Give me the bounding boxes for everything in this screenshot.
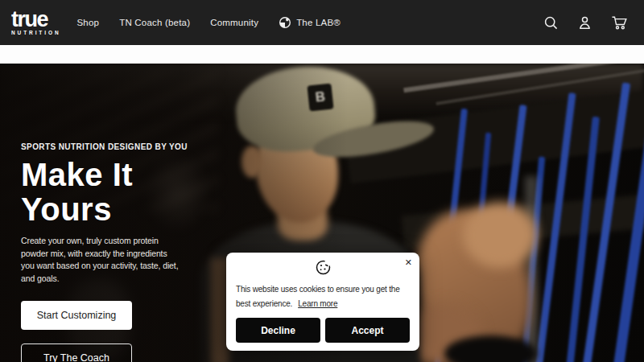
logo-subtitle: NUTRITION <box>11 30 61 35</box>
account-icon <box>577 15 592 31</box>
nav-community[interactable]: Community <box>210 18 258 27</box>
nav-the-lab[interactable]: The LAB® <box>279 16 341 29</box>
cookie-message: This website uses cookies to ensure you … <box>236 282 410 311</box>
account-button[interactable] <box>577 15 592 31</box>
search-button[interactable] <box>543 15 559 31</box>
logo-wordmark: true <box>11 10 47 28</box>
learn-more-link[interactable]: Learn more <box>298 299 337 308</box>
nav-shop[interactable]: Shop <box>77 18 100 27</box>
nav-tn-coach[interactable]: TN Coach (beta) <box>119 18 190 27</box>
header-spacer-band <box>0 45 644 64</box>
cookie-message-line2: best experience.Learn more <box>236 297 410 311</box>
nav-the-lab-label: The LAB® <box>296 18 341 27</box>
lab-globe-icon <box>279 16 291 29</box>
try-the-coach-button[interactable]: Try The Coach <box>21 343 132 362</box>
page: true NUTRITION Shop TN Coach (beta) Comm… <box>0 0 644 362</box>
cookie-message-line2-text: best experience. <box>236 299 292 308</box>
hero-title: Make It Yours <box>21 158 279 227</box>
main-nav: Shop TN Coach (beta) Community The LAB® <box>77 16 341 29</box>
cart-icon <box>611 15 628 31</box>
cart-button[interactable] <box>611 15 628 31</box>
header-actions <box>543 15 628 31</box>
cookie-consent-modal: ✕ This website uses cookies to ensure yo… <box>226 253 419 351</box>
cookie-icon <box>226 259 419 276</box>
search-icon <box>543 15 559 31</box>
hero-eyebrow: SPORTS NUTRITION DESIGNED BY YOU <box>21 142 279 151</box>
decline-button[interactable]: Decline <box>236 318 320 343</box>
cookie-buttons: Decline Accept <box>236 318 410 343</box>
start-customizing-button[interactable]: Start Customizing <box>21 301 132 330</box>
cookie-message-line1: This website uses cookies to ensure you … <box>236 282 410 297</box>
site-header: true NUTRITION Shop TN Coach (beta) Comm… <box>0 0 644 45</box>
accept-button[interactable]: Accept <box>325 318 410 343</box>
logo[interactable]: true NUTRITION <box>11 10 61 35</box>
